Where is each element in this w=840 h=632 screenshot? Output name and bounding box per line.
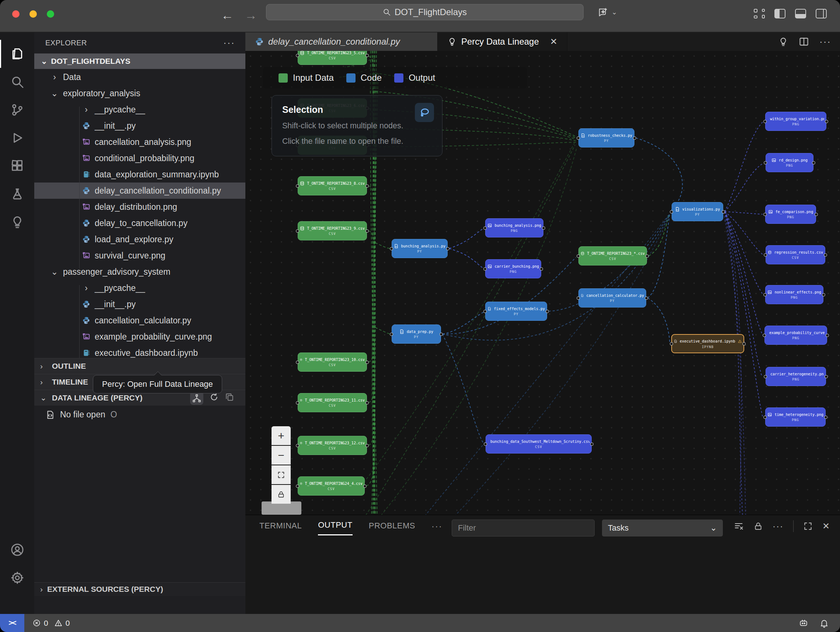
- node-label[interactable]: regression_results.csv: [774, 250, 823, 254]
- lineage-node-visualizations-py[interactable]: visualizations.pyPY: [672, 202, 723, 221]
- activity-search[interactable]: [0, 68, 34, 96]
- panel-filter[interactable]: [452, 520, 595, 537]
- lineage-node-t-ontime-reporting23-10-csv[interactable]: T_ONTIME_REPORTING23_10.csvCSV: [298, 353, 367, 372]
- node-label[interactable]: rd_design.png: [779, 158, 808, 162]
- node-label[interactable]: T_ONTIME_REPORTING23_11.csv: [305, 398, 365, 402]
- notifications-bell-icon[interactable]: [819, 618, 829, 628]
- lineage-node-t-ontime-reporting23-11-csv[interactable]: T_ONTIME_REPORTING23_11.csvCSV: [298, 393, 367, 412]
- activity-source-control[interactable]: [0, 96, 34, 124]
- tree-item-delay-distribution-png[interactable]: delay_distribution.png: [34, 199, 245, 215]
- panel-tabs-more-icon[interactable]: ···: [431, 521, 442, 531]
- lineage-canvas[interactable]: T_ONTIME_REPORTING23_5.csvCSVT_ONTIME_RE…: [245, 51, 840, 515]
- maximize-panel-icon[interactable]: [803, 521, 813, 531]
- explorer-more-icon[interactable]: ···: [223, 37, 235, 49]
- command-center[interactable]: DOT_FlightDelays: [266, 4, 584, 20]
- lineage-node-fe-comparison-png[interactable]: fe_comparison.pngPNG: [765, 204, 816, 224]
- lineage-node-t-ontime-reporting24-4-csv[interactable]: T_ONTIME_REPORTING24_4.csvCSV: [298, 477, 365, 496]
- lock-view-button[interactable]: [272, 485, 291, 504]
- node-label[interactable]: data_prep.py: [407, 329, 433, 334]
- node-label[interactable]: visualizations.py: [682, 207, 720, 211]
- node-label[interactable]: nonlinear_effects.png: [775, 290, 821, 294]
- tree-item-delay-cancellation-conditional-py[interactable]: delay_cancellation_conditional.py: [34, 182, 245, 199]
- node-label[interactable]: T_ONTIME_REPORTING24_4.csv: [305, 482, 363, 486]
- section-external-sources[interactable]: › EXTERNAL SOURCES (PERCY): [34, 582, 245, 596]
- lineage-node-bunching-analysis-png[interactable]: bunching_analysis.pngPNG: [485, 218, 543, 238]
- tree-item-load-and-explore-py[interactable]: load_and_explore.py: [34, 231, 245, 247]
- lineage-node-bunching-data-southwest-meltdown-scrutiny-csv[interactable]: bunching_data_Southwest_Meltdown_Scrutin…: [486, 434, 592, 453]
- toggle-secondary-sidebar-icon[interactable]: [816, 9, 827, 19]
- lineage-node-data-prep-py[interactable]: data_prep.pyPY: [392, 325, 441, 344]
- lineage-node-within-group-variation-png[interactable]: within_group_variation.pngPNG: [765, 112, 826, 131]
- tree-item-data-exploration-summary-ipynb[interactable]: data_exploration_summary.ipynb: [34, 166, 245, 182]
- minimize-window-button[interactable]: [30, 10, 37, 18]
- problems-status[interactable]: 0 0: [32, 619, 69, 627]
- node-label[interactable]: executive_dashboard.ipynb: [680, 339, 735, 343]
- activity-testing[interactable]: [0, 180, 34, 208]
- node-label[interactable]: T_ONTIME_REPORTING23_*.csv: [587, 252, 645, 255]
- account-button[interactable]: [0, 536, 34, 564]
- node-label[interactable]: bunching_analysis.py: [401, 244, 445, 248]
- lineage-node-carrier-heterogeneity-png[interactable]: carrier_heterogeneity.pngPNG: [766, 367, 826, 386]
- forward-button[interactable]: →: [245, 8, 257, 22]
- tree-item--pycache-[interactable]: ›__pycache__: [34, 280, 245, 296]
- editor-more-actions-icon[interactable]: ···: [819, 36, 831, 48]
- tab-percy-data-lineage[interactable]: Percy Data Lineage ✕: [438, 32, 567, 51]
- lineage-node-t-ontime-reporting23-12-csv[interactable]: T_ONTIME_REPORTING23_12.csvCSV: [298, 436, 367, 455]
- node-label[interactable]: T_ONTIME_REPORTING23_8.csv: [307, 181, 365, 185]
- copilot-button[interactable]: ⌄: [598, 6, 617, 18]
- lineage-node-t-ontime-reporting23-9-csv[interactable]: T_ONTIME_REPORTING23_9.csvCSV: [298, 221, 367, 241]
- lineage-node-t-ontime-reporting23-8-csv[interactable]: T_ONTIME_REPORTING23_8.csvCSV: [298, 176, 367, 195]
- tab-delay-cancellation-conditional[interactable]: delay_cancellation_conditional.py: [245, 32, 438, 51]
- node-label[interactable]: bunching_analysis.png: [495, 223, 541, 228]
- zoom-window-button[interactable]: [47, 10, 54, 18]
- node-label[interactable]: carrier_heterogeneity.png: [771, 372, 824, 376]
- zoom-in-button[interactable]: +: [272, 426, 291, 445]
- lineage-node-t-ontime-reporting23-5-csv[interactable]: T_ONTIME_REPORTING23_5.csvCSV: [298, 51, 367, 65]
- lineage-node-regression-results-csv[interactable]: regression_results.csvCSV: [766, 245, 825, 265]
- node-label[interactable]: carrier_bunching.png: [495, 265, 539, 268]
- node-label[interactable]: robustness_checks.py: [588, 133, 632, 138]
- copilot-status-icon[interactable]: [799, 618, 808, 628]
- lineage-node-time-heterogeneity-png[interactable]: time_heterogeneity.pngPNG: [765, 407, 826, 427]
- activity-run-debug[interactable]: [0, 124, 34, 152]
- close-panel-icon[interactable]: ✕: [822, 521, 830, 531]
- node-label[interactable]: fixed_effects_models.py: [494, 307, 545, 311]
- workspace-root-folder[interactable]: ⌄ DOT_FLIGHTDELAYS: [34, 54, 245, 69]
- node-label[interactable]: example_probability_curve.png: [769, 331, 825, 335]
- tree-item-cancellation-calculator-py[interactable]: cancellation_calculator.py: [34, 312, 245, 328]
- node-label[interactable]: T_ONTIME_REPORTING23_9.csv: [307, 227, 365, 230]
- lineage-node-fixed-effects-models-py[interactable]: fixed_effects_models.pyPY: [485, 302, 547, 321]
- lineage-node-t-ontime-reporting23-csv[interactable]: T_ONTIME_REPORTING23_*.csvCSV: [578, 246, 647, 266]
- close-tab-icon[interactable]: ✕: [550, 36, 557, 47]
- node-label[interactable]: T_ONTIME_REPORTING23_10.csv: [305, 358, 365, 362]
- lineage-node-carrier-bunching-png[interactable]: carrier_bunching.pngPNG: [485, 259, 541, 279]
- tree-item-exploratory-analysis[interactable]: ⌄exploratory_analysis: [34, 85, 245, 101]
- lineage-node-example-probability-curve-png[interactable]: example_probability_curve.pngPNG: [764, 326, 827, 345]
- section-outline[interactable]: › OUTLINE: [34, 358, 245, 374]
- node-label[interactable]: bunching_data_Southwest_Meltdown_Scrutin…: [490, 440, 589, 444]
- split-editor-icon[interactable]: [799, 36, 809, 47]
- tree-item-conditional-probability-png[interactable]: conditional_probability.png: [34, 150, 245, 166]
- activity-percy-lineage[interactable]: [0, 208, 34, 236]
- remote-indicator[interactable]: ><: [0, 614, 24, 632]
- lock-scroll-icon[interactable]: [753, 521, 763, 531]
- node-label[interactable]: T_ONTIME_REPORTING23_5.csv: [307, 51, 365, 55]
- filter-input[interactable]: [458, 523, 594, 533]
- tasks-dropdown[interactable]: Tasks ⌄: [602, 520, 723, 537]
- lineage-node-rd-design-png[interactable]: rd_design.pngPNG: [766, 153, 813, 172]
- lineage-node-robustness-checks-py[interactable]: robustness_checks.pyPY: [578, 128, 635, 147]
- copy-button[interactable]: [225, 392, 234, 404]
- tree-item-survival-curve-png[interactable]: survival_curve.png: [34, 247, 245, 264]
- activity-extensions[interactable]: [0, 152, 34, 180]
- node-label[interactable]: time_heterogeneity.png: [775, 413, 823, 417]
- lineage-node-cancellation-calculator-py[interactable]: cancellation_calculator.pyPY: [578, 288, 646, 307]
- tree-item--init-py[interactable]: __init__.py: [34, 296, 245, 312]
- node-label[interactable]: within_group_variation.png: [770, 117, 824, 121]
- lasso-select-button[interactable]: [415, 103, 434, 122]
- settings-button[interactable]: [0, 564, 34, 592]
- tree-item-passenger-advisory-system[interactable]: ⌄passenger_advisory_system: [34, 264, 245, 280]
- fit-view-button[interactable]: [272, 465, 291, 484]
- percy-lightbulb-action-icon[interactable]: [778, 36, 788, 47]
- toggle-sidebar-icon[interactable]: [774, 9, 785, 19]
- lineage-node-bunching-analysis-py[interactable]: bunching_analysis.pyPY: [392, 239, 448, 258]
